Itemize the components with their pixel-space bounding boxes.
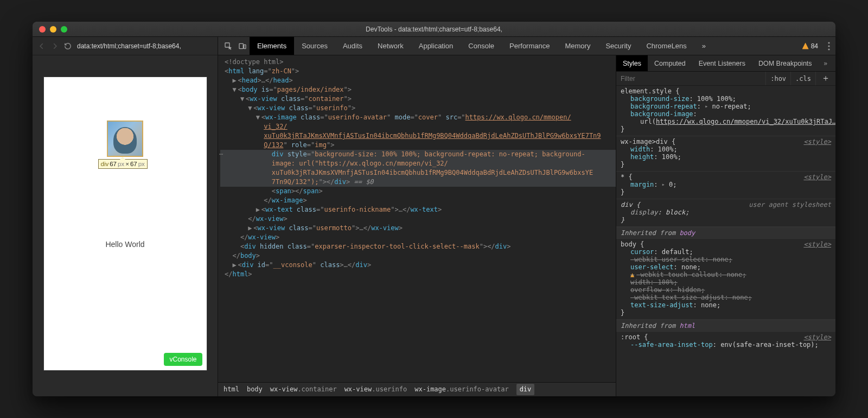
menu-icon[interactable] bbox=[822, 37, 835, 55]
tabs-overflow[interactable]: » bbox=[694, 37, 713, 55]
dom-line[interactable]: Q/132" role="img"> bbox=[220, 141, 616, 150]
hov-toggle[interactable]: :hov bbox=[765, 72, 790, 85]
styles-filter-input[interactable] bbox=[616, 75, 765, 83]
new-style-rule-button[interactable]: ＋ bbox=[815, 72, 835, 85]
crumb-avatar[interactable]: wx-image.userinfo-avatar bbox=[414, 385, 508, 394]
reload-icon[interactable] bbox=[64, 42, 72, 50]
style-rule[interactable]: user agent stylesheet div { display: blo… bbox=[616, 199, 835, 227]
dom-line[interactable]: </html> bbox=[220, 270, 616, 279]
rule-end: } bbox=[621, 309, 831, 316]
dom-line[interactable]: ▼<wx-image class="userinfo-avatar" mode=… bbox=[220, 113, 616, 122]
declaration[interactable]: cursor: default; bbox=[621, 248, 831, 256]
tab-elements[interactable]: Elements bbox=[250, 37, 294, 55]
declaration[interactable]: -webkit-text-size-adjust: none; bbox=[621, 294, 831, 301]
dom-line[interactable]: ▶<wx-view class="usermotto">…</wx-view> bbox=[220, 224, 616, 233]
declaration[interactable]: display: block; bbox=[621, 208, 831, 216]
rule-source[interactable]: <style> bbox=[803, 173, 831, 181]
inspect-icon[interactable] bbox=[221, 37, 235, 55]
dom-line[interactable]: ▼<body is="pages/index/index"> bbox=[220, 85, 616, 94]
devtools-pane: Elements Sources Audits Network Applicat… bbox=[218, 37, 835, 396]
declaration[interactable]: background-size: 100% 100%; bbox=[621, 95, 831, 103]
tab-list: Elements Sources Audits Network Applicat… bbox=[250, 37, 713, 55]
device-viewport[interactable]: div 67px × 67px Hello World vConsole bbox=[44, 77, 207, 370]
dom-line[interactable]: ▶<head>…</head> bbox=[220, 76, 616, 85]
tab-network[interactable]: Network bbox=[370, 37, 411, 55]
declaration[interactable]: text-size-adjust: none; bbox=[621, 301, 831, 309]
back-icon[interactable] bbox=[38, 42, 46, 50]
tab-performance[interactable]: Performance bbox=[502, 37, 557, 55]
tab-console[interactable]: Console bbox=[461, 37, 502, 55]
close-window-button[interactable] bbox=[39, 26, 46, 33]
dom-line-selected[interactable]: image: url("https://wx.qlogo.cn/mmopen/v… bbox=[220, 159, 616, 168]
tab-security[interactable]: Security bbox=[598, 37, 639, 55]
tab-dom-breakpoints[interactable]: DOM Breakpoints bbox=[752, 55, 819, 71]
selector: * { bbox=[621, 173, 831, 181]
declaration[interactable]: width: 100%; bbox=[621, 278, 831, 286]
style-rule[interactable]: <style> body { cursor: default; -webkit-… bbox=[616, 239, 835, 320]
rule-source[interactable]: <style> bbox=[803, 333, 831, 341]
dom-line-selected[interactable]: xuTu0k3jRTaJKmsXVMnfjASTusIn04ibcmQbhub1… bbox=[220, 168, 616, 178]
dom-line[interactable]: ▶<div id="__vconsole" class>…</div> bbox=[220, 261, 616, 270]
tab-computed[interactable]: Computed bbox=[648, 55, 692, 71]
crumb-container[interactable]: wx-view.container bbox=[270, 385, 337, 394]
style-rule[interactable]: element.style { background-size: 100% 10… bbox=[616, 86, 835, 136]
avatar[interactable] bbox=[107, 121, 143, 157]
dom-line[interactable]: xuTu0k3jRTaJKmsXVMnfjASTusIn04ibcmQbhub1… bbox=[220, 131, 616, 141]
dom-line[interactable]: <!doctype html> bbox=[220, 58, 616, 67]
crumb-body[interactable]: body bbox=[247, 385, 263, 394]
tooltip-tag: div bbox=[101, 161, 109, 167]
dom-tree[interactable]: <!doctype html> <html lang="zh-CN"> ▶<he… bbox=[218, 55, 616, 396]
dom-line-selected[interactable]: 7Tn9Q/132");"></div> == $0 bbox=[220, 178, 616, 187]
styles-rules[interactable]: element.style { background-size: 100% 10… bbox=[616, 86, 835, 396]
dom-line[interactable]: <html lang="zh-CN"> bbox=[220, 67, 616, 76]
dom-line-selected[interactable]: ⋯ div style="background-size: 100% 100%;… bbox=[220, 150, 616, 159]
dom-line[interactable]: vi_32/ bbox=[220, 122, 616, 131]
declaration[interactable]: background-image: bbox=[621, 110, 831, 118]
dom-line[interactable]: ▼<wx-view class="userinfo"> bbox=[220, 104, 616, 113]
style-rule[interactable]: <style> :root { --safe-area-inset-top: e… bbox=[616, 332, 835, 351]
declaration[interactable]: ▲-webkit-touch-callout: none; bbox=[621, 271, 831, 278]
declaration[interactable]: -webkit-user-select: none; bbox=[621, 256, 831, 263]
declaration[interactable]: url(https://wx.qlogo.cn/mmopen/vi_32/xuT… bbox=[621, 118, 831, 125]
tab-application[interactable]: Application bbox=[411, 37, 461, 55]
styles-tabs-overflow[interactable]: » bbox=[819, 55, 833, 71]
address-text[interactable]: data:text/html;charset=utf-8;base64, bbox=[77, 42, 181, 50]
declaration[interactable]: overflow-x: hidden; bbox=[621, 286, 831, 294]
warning-count[interactable]: 84 bbox=[802, 37, 822, 55]
style-rule[interactable]: <style> wx-image>div { width: 100%; heig… bbox=[616, 136, 835, 172]
dom-line[interactable]: ▶<wx-text class="userinfo-nickname">…</w… bbox=[220, 205, 616, 214]
declaration[interactable]: width: 100%; bbox=[621, 145, 831, 153]
declaration[interactable]: user-select: none; bbox=[621, 263, 831, 271]
forward-icon[interactable] bbox=[51, 42, 59, 50]
rule-source[interactable]: <style> bbox=[803, 240, 831, 248]
device-toolbar-icon[interactable] bbox=[235, 37, 250, 55]
declaration[interactable]: height: 100%; bbox=[621, 153, 831, 161]
style-rule[interactable]: <style> * { margin: ▸ 0; } bbox=[616, 172, 835, 199]
dom-line[interactable]: ▼<wx-view class="container"> bbox=[220, 94, 616, 104]
declaration[interactable]: --safe-area-inset-top: env(safe-area-ins… bbox=[621, 341, 831, 349]
tab-audits[interactable]: Audits bbox=[335, 37, 370, 55]
dom-line[interactable]: <div hidden class="exparser-inspector-to… bbox=[220, 242, 616, 251]
dom-line[interactable]: </wx-view> bbox=[220, 214, 616, 224]
crumb-html[interactable]: html bbox=[224, 385, 239, 394]
dom-line[interactable]: </body> bbox=[220, 251, 616, 261]
tab-event-listeners[interactable]: Event Listeners bbox=[692, 55, 752, 71]
tab-chromelens[interactable]: ChromeLens bbox=[639, 37, 694, 55]
dom-line[interactable]: <span></span> bbox=[220, 187, 616, 196]
styles-tabs: Styles Computed Event Listeners DOM Brea… bbox=[616, 55, 835, 72]
dom-line[interactable]: </wx-image> bbox=[220, 196, 616, 205]
maximize-window-button[interactable] bbox=[61, 26, 67, 33]
rule-source[interactable]: <style> bbox=[803, 138, 831, 145]
cls-toggle[interactable]: .cls bbox=[790, 72, 815, 85]
minimize-window-button[interactable] bbox=[50, 26, 56, 33]
declaration[interactable]: background-repeat: ▸ no-repeat; bbox=[621, 103, 831, 110]
tab-styles[interactable]: Styles bbox=[616, 55, 648, 71]
crumb-div[interactable]: div bbox=[516, 384, 535, 395]
warning-icon bbox=[802, 43, 809, 49]
dom-line[interactable]: </wx-view> bbox=[220, 233, 616, 242]
tab-memory[interactable]: Memory bbox=[557, 37, 598, 55]
declaration[interactable]: margin: ▸ 0; bbox=[621, 181, 831, 188]
tab-sources[interactable]: Sources bbox=[294, 37, 335, 55]
crumb-userinfo[interactable]: wx-view.userinfo bbox=[344, 385, 407, 394]
vconsole-button[interactable]: vConsole bbox=[164, 353, 202, 366]
